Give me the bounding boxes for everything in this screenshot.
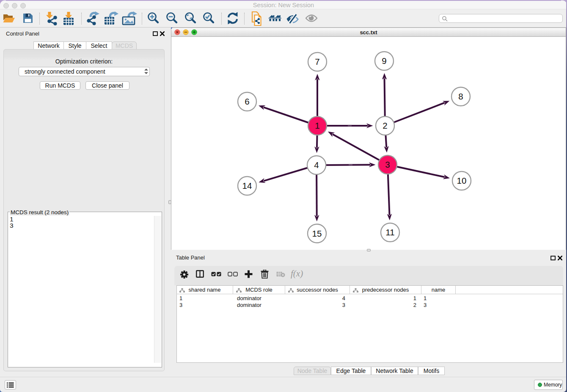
svg-text:9: 9 bbox=[382, 56, 386, 66]
svg-text:14: 14 bbox=[242, 181, 252, 190]
svg-text:11: 11 bbox=[385, 227, 394, 237]
svg-text:8: 8 bbox=[458, 91, 463, 101]
svg-text:10: 10 bbox=[457, 176, 467, 185]
svg-text:6: 6 bbox=[245, 97, 249, 106]
svg-text:2: 2 bbox=[383, 121, 387, 130]
svg-text:15: 15 bbox=[312, 229, 322, 238]
svg-text:7: 7 bbox=[315, 57, 319, 66]
svg-text:3: 3 bbox=[385, 160, 390, 169]
svg-text:4: 4 bbox=[314, 160, 319, 170]
svg-text:1: 1 bbox=[315, 121, 319, 130]
